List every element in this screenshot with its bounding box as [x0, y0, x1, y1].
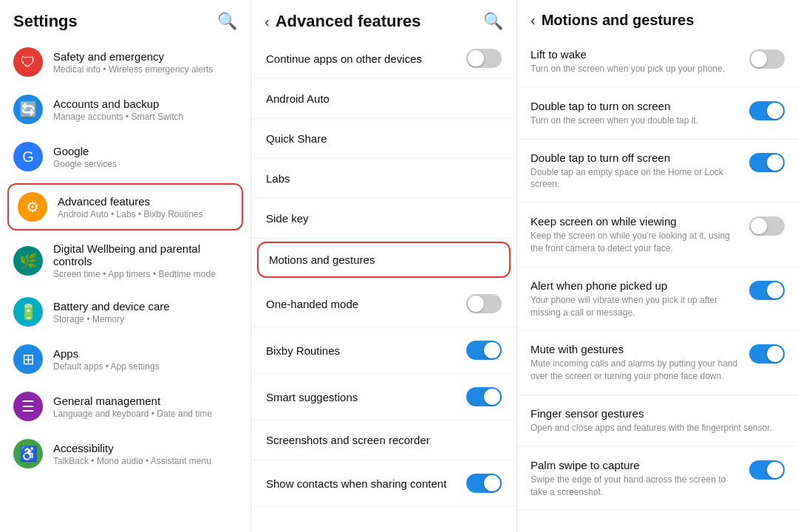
- mid-item-side-key[interactable]: Side key: [251, 199, 516, 239]
- google-text: Google Google services: [53, 145, 117, 169]
- mid-item-screenshots[interactable]: Screenshots and screen recorder: [251, 420, 516, 460]
- mid-item-smart[interactable]: Smart suggestions: [251, 374, 516, 420]
- double-tap-off-text: Double tap to turn off screen Double tap…: [531, 151, 740, 191]
- right-item-alert-pickup[interactable]: Alert when phone picked up Your phone wi…: [517, 267, 798, 332]
- google-title: Google: [53, 145, 117, 157]
- mid-item-one-handed[interactable]: One-handed mode: [251, 281, 516, 327]
- settings-header: Settings 🔍: [0, 0, 250, 38]
- toggle-thumb: [767, 103, 783, 119]
- general-icon: ☰: [13, 392, 43, 421]
- wellbeing-sub: Screen time • App timers • Bedtime mode: [53, 269, 237, 279]
- battery-icon: 🔋: [13, 297, 43, 327]
- double-tap-on-toggle[interactable]: [749, 101, 785, 120]
- lift-to-wake-toggle[interactable]: [749, 50, 785, 69]
- finger-sensor-title: Finger sensor gestures: [531, 407, 776, 420]
- apps-title: Apps: [53, 347, 160, 360]
- double-tap-on-title: Double tap to turn on screen: [531, 100, 740, 112]
- finger-sensor-sub: Open and close apps and features with th…: [531, 422, 776, 434]
- palm-swipe-title: Palm swipe to capture: [531, 459, 740, 471]
- sidebar-item-wellbeing[interactable]: 🌿 Digital Wellbeing and parental control…: [0, 233, 250, 288]
- toggle-thumb: [767, 462, 783, 478]
- wellbeing-text: Digital Wellbeing and parental controls …: [53, 242, 237, 279]
- settings-panel: Settings 🔍 🛡 Safety and emergency Medica…: [0, 0, 251, 532]
- toggle-thumb: [468, 50, 484, 66]
- google-icon: G: [13, 142, 43, 171]
- wellbeing-title: Digital Wellbeing and parental controls: [53, 242, 237, 267]
- toggle-thumb: [484, 342, 500, 358]
- general-sub: Language and keyboard • Date and time: [53, 409, 212, 419]
- keep-screen-toggle[interactable]: [749, 216, 785, 236]
- sidebar-item-general[interactable]: ☰ General management Language and keyboa…: [0, 383, 250, 430]
- accessibility-icon: ♿: [13, 439, 43, 468]
- back-icon[interactable]: ‹: [265, 13, 270, 30]
- mid-item-labs[interactable]: Labs: [251, 159, 516, 199]
- alert-pickup-text: Alert when phone picked up Your phone wi…: [531, 279, 740, 319]
- alert-pickup-toggle[interactable]: [749, 281, 785, 300]
- advanced-sub: Android Auto • Labs • Bixby Routines: [58, 209, 203, 219]
- mid-item-quick-share[interactable]: Quick Share: [251, 119, 516, 159]
- sidebar-item-battery[interactable]: 🔋 Battery and device care Storage • Memo…: [0, 288, 250, 335]
- mute-gestures-text: Mute with gestures Mute incoming calls a…: [531, 343, 740, 383]
- safety-title: Safety and emergency: [53, 50, 213, 63]
- sidebar-item-google[interactable]: G Google Google services: [0, 133, 250, 180]
- advanced-icon: ⚙: [18, 192, 47, 222]
- continue-apps-label: Continue apps on other devices: [266, 52, 422, 65]
- right-item-finger-sensor[interactable]: Finger sensor gestures Open and close ap…: [517, 395, 798, 447]
- sidebar-item-advanced[interactable]: ⚙ Advanced features Android Auto • Labs …: [7, 183, 243, 231]
- mid-item-motions[interactable]: Motions and gestures: [257, 242, 511, 278]
- right-item-palm-swipe[interactable]: Palm swipe to capture Swipe the edge of …: [517, 447, 798, 511]
- mute-gestures-toggle[interactable]: [749, 344, 785, 364]
- bixby-toggle[interactable]: [466, 341, 502, 360]
- continue-apps-item[interactable]: Continue apps on other devices: [251, 38, 516, 79]
- sidebar-item-safety[interactable]: 🛡 Safety and emergency Medical info • Wi…: [0, 38, 250, 86]
- toggle-thumb: [767, 282, 783, 299]
- palm-swipe-toggle[interactable]: [749, 460, 785, 480]
- right-item-double-tap-on[interactable]: Double tap to turn on screen Turn on the…: [517, 88, 798, 140]
- sidebar-item-accounts[interactable]: 🔄 Accounts and backup Manage accounts • …: [0, 86, 250, 133]
- one-handed-toggle[interactable]: [466, 294, 502, 313]
- toggle-thumb: [767, 154, 783, 171]
- apps-icon: ⊞: [13, 344, 43, 374]
- right-item-double-tap-off[interactable]: Double tap to turn off screen Double tap…: [517, 140, 798, 204]
- general-text: General management Language and keyboard…: [53, 395, 212, 419]
- alert-pickup-title: Alert when phone picked up: [531, 279, 740, 292]
- mid-item-contacts[interactable]: Show contacts when sharing content: [251, 460, 516, 507]
- accessibility-sub: TalkBack • Mono audio • Assistant menu: [53, 456, 211, 466]
- right-item-mute-gestures[interactable]: Mute with gestures Mute incoming calls a…: [517, 331, 798, 395]
- sidebar-item-apps[interactable]: ⊞ Apps Default apps • App settings: [0, 335, 250, 383]
- continue-apps-toggle[interactable]: [466, 49, 502, 68]
- search-icon[interactable]: 🔍: [217, 12, 237, 31]
- smart-toggle[interactable]: [466, 387, 502, 406]
- sidebar-item-accessibility[interactable]: ♿ Accessibility TalkBack • Mono audio • …: [0, 430, 250, 477]
- double-tap-off-sub: Double tap an empty space on the Home or…: [531, 166, 740, 191]
- labs-label: Labs: [266, 172, 290, 185]
- toggle-thumb: [468, 296, 484, 312]
- accessibility-title: Accessibility: [53, 442, 211, 454]
- safety-icon: 🛡: [13, 47, 43, 77]
- battery-text: Battery and device care Storage • Memory: [53, 300, 170, 324]
- lift-to-wake-title: Lift to wake: [531, 48, 740, 61]
- search-icon-mid[interactable]: 🔍: [483, 12, 503, 31]
- right-item-lift-to-wake[interactable]: Lift to wake Turn on the screen when you…: [517, 36, 798, 88]
- mid-item-bixby[interactable]: Bixby Routines: [251, 327, 516, 374]
- mid-item-android-auto[interactable]: Android Auto: [251, 79, 516, 119]
- contacts-toggle[interactable]: [466, 474, 502, 493]
- mute-gestures-title: Mute with gestures: [531, 343, 740, 355]
- toggle-thumb: [767, 346, 783, 362]
- advanced-title: Advanced features: [58, 195, 203, 208]
- one-handed-label: One-handed mode: [266, 298, 358, 310]
- toggle-thumb: [751, 51, 767, 67]
- side-key-label: Side key: [266, 212, 309, 225]
- back-icon-right[interactable]: ‹: [531, 12, 536, 29]
- double-tap-on-text: Double tap to turn on screen Turn on the…: [531, 100, 740, 127]
- apps-sub: Default apps • App settings: [53, 361, 160, 372]
- motions-panel: ‹ Motions and gestures Lift to wake Turn…: [517, 0, 798, 532]
- right-item-keep-screen[interactable]: Keep screen on while viewing Keep the sc…: [517, 203, 798, 267]
- mute-gestures-sub: Mute incoming calls and alarms by puttin…: [531, 358, 740, 383]
- double-tap-off-toggle[interactable]: [749, 153, 785, 172]
- accounts-title: Accounts and backup: [53, 98, 183, 110]
- bixby-label: Bixby Routines: [266, 344, 340, 357]
- safety-text: Safety and emergency Medical info • Wire…: [53, 50, 213, 75]
- toggle-thumb: [484, 389, 500, 405]
- accounts-text: Accounts and backup Manage accounts • Sm…: [53, 98, 183, 122]
